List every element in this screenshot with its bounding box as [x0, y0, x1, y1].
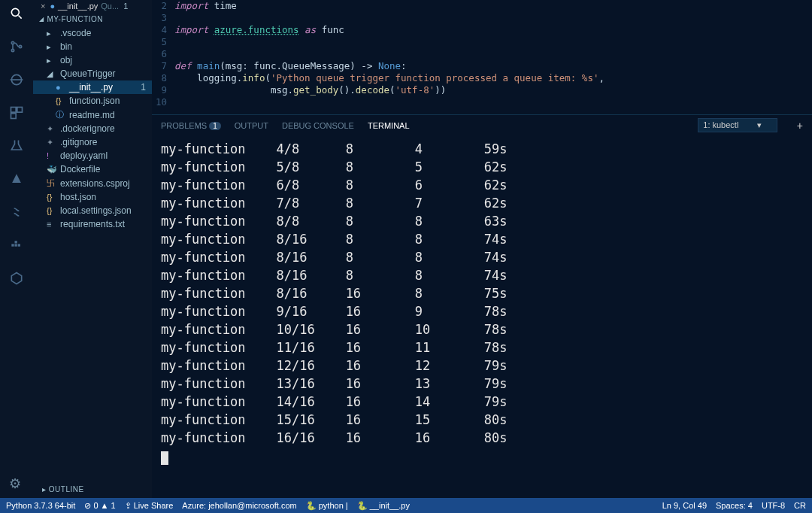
file-icon: ≡	[47, 220, 57, 229]
file-icon: {}	[47, 193, 57, 202]
file-icon: ●	[56, 83, 66, 92]
line-number: 6	[152, 48, 174, 60]
file-icon: 卐	[47, 178, 57, 189]
tree-item[interactable]: !deploy.yaml	[33, 149, 152, 162]
file-icon: 🐳	[47, 165, 57, 175]
terminal-selector[interactable]: 1: kubectl ▾	[698, 118, 777, 132]
tree-item-label: function.json	[69, 96, 120, 106]
code-line[interactable]: 7def main(msg: func.QueueMessage) -> Non…	[152, 60, 812, 72]
open-editor-tab[interactable]: × ● __init__.py Qu... 1	[33, 0, 152, 12]
code-line[interactable]: 2import time	[152, 0, 812, 12]
tab-problems[interactable]: PROBLEMS1	[161, 121, 221, 130]
gear-icon[interactable]: ⚙	[9, 475, 21, 492]
line-number: 5	[152, 36, 174, 48]
code-line[interactable]: 10	[152, 96, 812, 108]
test-icon[interactable]	[8, 137, 26, 155]
tree-item-badge: 1	[141, 82, 146, 93]
tree-item[interactable]: ▸.vscode	[33, 26, 152, 40]
status-file[interactable]: 🐍 __init__.py	[357, 501, 410, 511]
file-icon: ▸	[47, 29, 57, 38]
code-line[interactable]: 6	[152, 48, 812, 60]
tree-item[interactable]: ✦.gitignore	[33, 135, 152, 149]
tree-item[interactable]: {}local.settings.json	[33, 204, 152, 217]
tree-item-label: QueueTrigger	[60, 68, 116, 79]
source-control-icon[interactable]	[8, 38, 26, 56]
svg-rect-11	[15, 244, 17, 246]
svg-rect-8	[17, 108, 23, 113]
svg-marker-14	[11, 273, 21, 284]
file-icon: ✦	[47, 124, 57, 134]
status-problems[interactable]: ⊘ 0 ▲ 1	[84, 501, 115, 511]
status-liveshare[interactable]: ⇪ Live Share	[125, 501, 174, 511]
debug-icon[interactable]	[8, 71, 26, 89]
tree-item[interactable]: ≡requirements.txt	[33, 217, 152, 231]
tree-item-label: bin	[60, 41, 72, 52]
status-eol[interactable]: CR	[794, 501, 806, 510]
code-content: msg.get_body().decode('utf-8'))	[174, 84, 446, 96]
chevron-down-icon: ◢	[39, 16, 44, 23]
line-number: 4	[152, 24, 174, 36]
status-venv[interactable]: 🐍 python |	[306, 501, 348, 511]
line-number: 9	[152, 84, 174, 96]
azure-icon[interactable]	[8, 170, 26, 188]
tree-item[interactable]: ✦.dockerignore	[33, 122, 152, 135]
file-tree: ▸.vscode▸bin▸obj◢QueueTrigger●__init__.p…	[33, 26, 152, 231]
status-encoding[interactable]: UTF-8	[762, 501, 785, 510]
file-icon: ◢	[47, 69, 57, 79]
status-spaces[interactable]: Spaces: 4	[716, 501, 753, 510]
tree-item[interactable]: {}function.json	[33, 94, 152, 108]
live-preview-icon[interactable]	[8, 203, 26, 221]
docker-icon[interactable]	[8, 236, 26, 254]
editor-area: 2import time34import azure.functions as …	[152, 0, 812, 498]
tree-item-label: deploy.yaml	[60, 150, 108, 161]
file-icon: ✦	[47, 138, 57, 147]
code-line[interactable]: 9 msg.get_body().decode('utf-8'))	[152, 84, 812, 96]
close-icon[interactable]: ×	[41, 2, 45, 11]
code-editor[interactable]: 2import time34import azure.functions as …	[152, 0, 812, 114]
svg-rect-9	[11, 114, 17, 119]
tab-terminal[interactable]: TERMINAL	[368, 121, 410, 130]
explorer-root[interactable]: ◢ MY-FUNCTION	[33, 12, 152, 26]
status-python[interactable]: Python 3.7.3 64-bit	[6, 501, 75, 510]
code-line[interactable]: 3	[152, 12, 812, 24]
tree-item-label: local.settings.json	[60, 205, 132, 216]
svg-rect-13	[15, 241, 17, 243]
problems-badge: 1	[209, 122, 221, 130]
chevron-right-icon: ▸	[42, 485, 49, 493]
modified-dot-icon: ●	[50, 2, 55, 11]
line-number: 8	[152, 72, 174, 84]
tree-item[interactable]: ●__init__.py1	[33, 80, 152, 94]
tab-output[interactable]: OUTPUT	[235, 121, 268, 130]
code-content: logging.info('Python queue trigger funct…	[174, 72, 604, 84]
terminal[interactable]: my-function 4/8 8 4 59s my-function 5/8 …	[152, 135, 812, 498]
code-line[interactable]: 4import azure.functions as func	[152, 24, 812, 36]
outline-section[interactable]: ▸ OUTLINE	[36, 482, 90, 496]
svg-rect-10	[11, 244, 14, 246]
status-cursor[interactable]: Ln 9, Col 49	[662, 501, 707, 510]
file-icon: ⓘ	[56, 109, 66, 120]
svg-point-0	[11, 8, 19, 16]
tree-item[interactable]: {}host.json	[33, 190, 152, 204]
tree-item-label: .dockerignore	[60, 123, 115, 134]
tree-item[interactable]: 🐳Dockerfile	[33, 162, 152, 176]
tree-item[interactable]: ▸obj	[33, 53, 152, 67]
terminal-cursor	[161, 451, 168, 465]
tab-debug-console[interactable]: DEBUG CONSOLE	[282, 121, 354, 130]
kubernetes-icon[interactable]	[8, 269, 26, 287]
svg-line-1	[19, 16, 22, 19]
line-number: 3	[152, 12, 174, 24]
search-icon[interactable]	[8, 5, 26, 23]
extensions-icon[interactable]	[8, 104, 26, 122]
code-line[interactable]: 8 logging.info('Python queue trigger fun…	[152, 72, 812, 84]
tree-item[interactable]: ◢QueueTrigger	[33, 67, 152, 80]
new-terminal-button[interactable]: +	[797, 120, 803, 132]
status-azure[interactable]: Azure: jehollan@microsoft.com	[182, 501, 296, 510]
status-bar: Python 3.7.3 64-bit ⊘ 0 ▲ 1 ⇪ Live Share…	[0, 498, 812, 513]
tree-item[interactable]: ▸bin	[33, 40, 152, 53]
line-number: 7	[152, 60, 174, 72]
tree-item[interactable]: 卐extensions.csproj	[33, 176, 152, 190]
tree-item[interactable]: ⓘreadme.md	[33, 108, 152, 122]
file-icon: {}	[56, 96, 66, 105]
code-line[interactable]: 5	[152, 36, 812, 48]
code-content: import time	[174, 0, 237, 12]
